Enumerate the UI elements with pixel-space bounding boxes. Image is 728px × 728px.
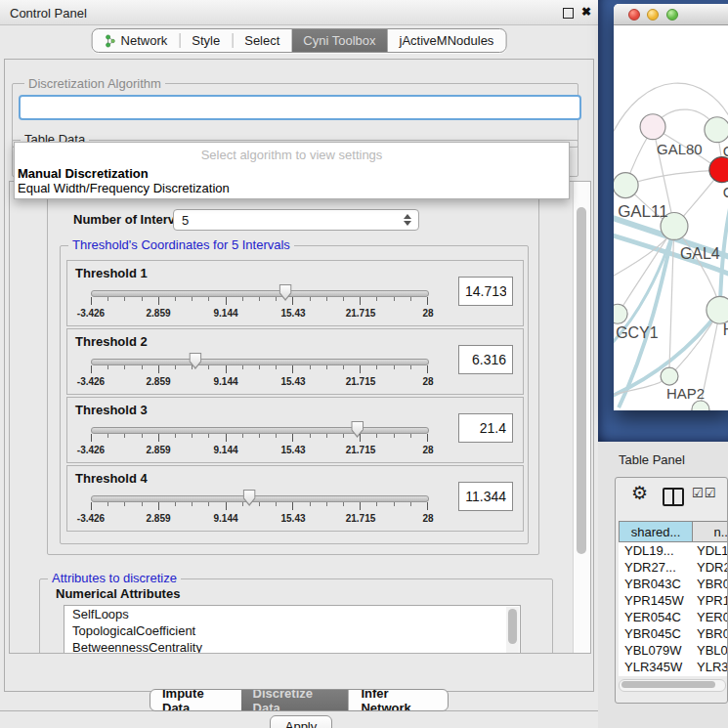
close-icon[interactable]: ✖ (581, 5, 591, 19)
scrollbar-thumb[interactable] (621, 681, 715, 688)
tab-infer-network[interactable]: Infer Network (348, 690, 448, 710)
algorithm-popup: Select algorithm to view settings Manual… (14, 142, 570, 199)
threshold-value-field[interactable] (458, 482, 513, 511)
node-label-partial: H (723, 321, 728, 338)
node-label-gcy1: GCY1 (616, 324, 659, 341)
spinner-icon (404, 214, 411, 226)
threshold-panel: Threshold 4 -3.426 2.859 9.144 15.43 (66, 465, 524, 532)
network-canvas[interactable]: GAL80 G C GAL11 GAL4 GCY1 H HAP2 (614, 25, 728, 410)
table-row[interactable]: YPR145WYPR1... (619, 592, 728, 609)
split-table-icon[interactable] (663, 488, 684, 506)
close-traffic-light-icon[interactable] (628, 9, 640, 21)
threshold-slider[interactable]: -3.426 2.859 9.144 15.43 21.715 28 (91, 284, 428, 321)
network-icon (105, 34, 116, 48)
table-row[interactable]: YBR043CYBR0... (619, 576, 728, 592)
table-row[interactable]: YIL052CYIL0... (619, 675, 728, 676)
numerical-attributes-list[interactable]: SelfLoops TopologicalCoefficient Between… (64, 605, 521, 654)
node-label-gal4: GAL4 (680, 245, 720, 262)
network-view-window[interactable]: GAL80 G C GAL11 GAL4 GCY1 H HAP2 (614, 4, 728, 410)
list-item[interactable]: BetweennessCentrality (64, 639, 520, 654)
table-row[interactable]: YER054CYER0... (619, 609, 728, 625)
threshold-slider[interactable]: -3.426 2.859 9.144 15.43 21.715 28 (91, 353, 428, 390)
node-table[interactable]: shared... n... YDL19...YDL1... YDR27...Y… (619, 521, 728, 676)
bottom-tabbar: Impute Data Discretize Data Infer Networ… (150, 689, 449, 711)
node-label-gal11: GAL11 (618, 202, 667, 221)
attributes-groupbox: Attributes to discretize Numerical Attri… (39, 578, 553, 654)
table-panel: Table Panel ⚙ ☑☑ shared... n... YDL19...… (598, 442, 728, 728)
control-panel-titlebar: Control Panel ✖ (0, 0, 598, 25)
node-label-partial: G (723, 143, 728, 159)
numerical-attributes-label: Numerical Attributes (56, 586, 180, 601)
threshold-value-field[interactable] (458, 413, 513, 443)
node-pink (640, 114, 665, 140)
table-row[interactable]: YDR27...YDR2... (619, 559, 728, 576)
list-item[interactable]: SelfLoops (64, 606, 520, 622)
algorithm-combobox[interactable] (19, 95, 581, 120)
threshold-label: Threshold 3 (75, 403, 148, 417)
node-label-partial: C (723, 184, 728, 200)
threshold-slider[interactable]: -3.426 2.859 9.144 15.43 21.715 28 (91, 421, 428, 458)
node-green (705, 117, 728, 143)
settings-vertical-scrollbar[interactable] (573, 182, 590, 653)
checkbox-icons[interactable]: ☑☑ (692, 486, 716, 500)
threshold-label: Threshold 2 (75, 334, 148, 349)
tab-jactivemnodules[interactable]: jActiveMNodules (388, 29, 506, 52)
threshold-panel: Threshold 2 -3.426 2.859 9.144 15.43 (66, 328, 524, 395)
scrollbar-thumb[interactable] (577, 207, 586, 554)
tab-cyni-toolbox[interactable]: Cyni Toolbox (291, 29, 387, 52)
tab-select[interactable]: Select (233, 29, 291, 52)
node-hap2 (661, 367, 678, 385)
threshold-label: Threshold 4 (75, 471, 148, 486)
control-panel: Control Panel ✖ Network Style Select Cyn… (0, 0, 598, 728)
tab-impute-data[interactable]: Impute Data (150, 690, 241, 710)
table-row[interactable]: YBR045CYBR0... (619, 625, 728, 642)
threshold-value-field[interactable] (458, 345, 513, 374)
popup-option-equal-width[interactable]: Equal Width/Frequency Discretization (18, 181, 230, 195)
tab-discretize-data[interactable]: Discretize Data (241, 690, 349, 710)
table-row[interactable]: YLR345WYLR3... (619, 659, 728, 675)
float-window-icon[interactable] (563, 8, 574, 19)
node-green (707, 296, 728, 323)
table-header: shared... n... (619, 521, 728, 542)
threshold-label: Threshold 1 (75, 266, 148, 280)
thresholds-group-label: Threshold's Coordinates for 5 Intervals (68, 238, 294, 252)
apply-button[interactable]: Apply (270, 715, 332, 728)
number-of-intervals-combobox[interactable]: 5 (173, 209, 419, 231)
network-window-titlebar[interactable] (614, 4, 728, 25)
node-green (692, 401, 709, 410)
node-gcy1 (614, 304, 627, 323)
list-item[interactable]: TopologicalCoefficient (64, 622, 520, 639)
tab-network[interactable]: Network (93, 29, 180, 52)
tab-style[interactable]: Style (180, 29, 232, 52)
zoom-traffic-light-icon[interactable] (666, 9, 678, 21)
table-panel-title: Table Panel (619, 452, 685, 467)
table-horizontal-scrollbar[interactable] (619, 679, 726, 692)
slider-track[interactable] (91, 359, 429, 365)
algorithm-group-label: Discretization Algorithm (24, 77, 165, 91)
table-row[interactable]: YBL079WYBL0... (619, 642, 728, 659)
threshold-panel: Threshold 1 -3.426 2.859 9.144 15.43 (66, 260, 524, 326)
table-row[interactable]: YDL19...YDL1... (619, 542, 728, 559)
slider-track[interactable] (91, 495, 429, 502)
slider-track[interactable] (91, 427, 429, 434)
panel-title: Control Panel (10, 6, 87, 21)
node-red (709, 157, 728, 183)
list-scrollbar[interactable] (506, 607, 519, 654)
column-header-name[interactable]: n... (693, 521, 728, 542)
node-green (614, 173, 638, 198)
settings-scroll-area: Interval Definition Number of Intervals … (9, 181, 591, 654)
interval-definition-groupbox: Interval Definition Number of Intervals … (47, 190, 539, 555)
column-header-shared[interactable]: shared... (619, 521, 693, 542)
threshold-value-field[interactable] (458, 277, 513, 306)
slider-track[interactable] (91, 290, 429, 297)
node-label-gal80: GAL80 (657, 141, 703, 157)
attributes-group-label: Attributes to discretize (48, 572, 181, 585)
minimize-traffic-light-icon[interactable] (647, 9, 659, 21)
popup-hint: Select algorithm to view settings (15, 148, 569, 162)
top-tabbar: Network Style Select Cyni Toolbox jActiv… (92, 28, 507, 53)
gear-icon[interactable]: ⚙ (631, 482, 648, 504)
threshold-slider[interactable]: -3.426 2.859 9.144 15.43 21.715 28 (91, 490, 428, 527)
cyni-panel: Discretization Algorithm Select algorith… (4, 59, 594, 692)
popup-option-manual[interactable]: Manual Discretization (18, 166, 149, 181)
table-panel-box: ⚙ ☑☑ shared... n... YDL19...YDL1... YDR2… (615, 477, 728, 704)
